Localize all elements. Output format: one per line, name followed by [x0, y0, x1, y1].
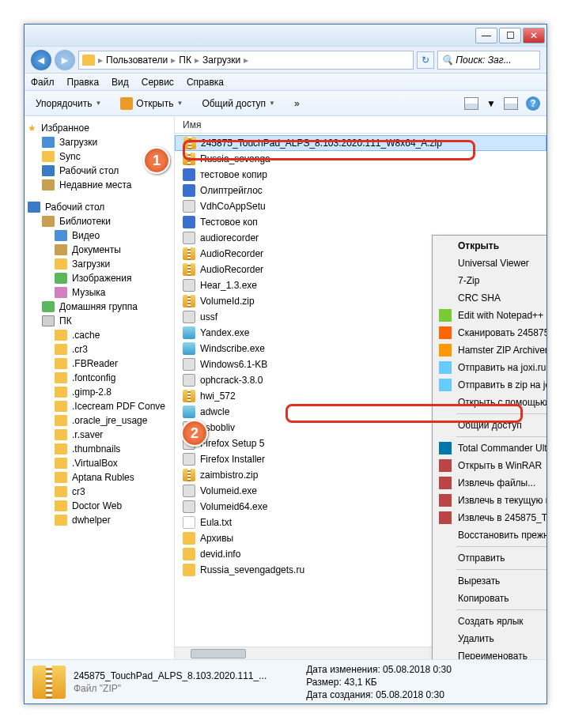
ctx-scan[interactable]: Сканировать 245875_TouchPad_ALPS_8.103.2… — [434, 324, 546, 341]
exe-icon — [183, 311, 195, 323]
file-name: ophcrack-3.8.0 — [200, 375, 263, 386]
close-button[interactable]: ✕ — [523, 28, 545, 43]
file-row[interactable]: Russia_sevenga — [175, 151, 546, 167]
sidebar-item-folder[interactable]: .cache — [28, 328, 171, 342]
menu-tools[interactable]: Сервис — [142, 77, 174, 88]
file-row[interactable]: 245875_TouchPad_ALPS_8.103.2020.111_W8x6… — [175, 135, 546, 151]
exe-icon — [183, 500, 195, 513]
value: 43,1 КБ — [344, 677, 377, 688]
ctx-notepad[interactable]: Edit with Notepad++ — [434, 307, 546, 324]
sidebar-homegroup[interactable]: Домашняя группа — [28, 300, 171, 314]
ctx-open[interactable]: Открыть — [434, 237, 546, 255]
share-button[interactable]: Общий доступ▼ — [197, 96, 280, 111]
titlebar: — ☐ ✕ — [25, 25, 546, 47]
ctx-crc-sha[interactable]: CRC SHA▶ — [434, 289, 546, 307]
sidebar-item-folder[interactable]: .VirtualBox — [28, 456, 171, 470]
exe-icon — [183, 232, 195, 244]
organize-button[interactable]: Упорядочить▼ — [31, 96, 106, 111]
sidebar-item-folder[interactable]: .fontconfig — [28, 371, 171, 385]
label: Открыть в WinRAR — [458, 460, 542, 471]
ctx-hamster[interactable]: Hamster ZIP Archiver▶ — [434, 341, 546, 359]
menu-file[interactable]: Файл — [31, 77, 55, 88]
sidebar-desktop[interactable]: Рабочий стол — [28, 200, 171, 214]
label: .cr3 — [72, 344, 88, 355]
ctx-universal-viewer[interactable]: Universal Viewer — [434, 255, 546, 272]
sidebar-item-folder[interactable]: cr3 — [28, 485, 171, 499]
search-input[interactable]: 🔍 Поиск: Заг... — [437, 51, 540, 70]
folder-icon — [55, 372, 67, 383]
maximize-button[interactable]: ☐ — [499, 28, 521, 43]
ctx-shortcut[interactable]: Создать ярлык — [434, 613, 546, 630]
menu-edit[interactable]: Правка — [67, 77, 100, 88]
sidebar-favorites[interactable]: ★Избранное — [28, 121, 171, 135]
sidebar-item-music[interactable]: Музыка — [28, 285, 171, 300]
sidebar-item-folder[interactable]: Doctor Web — [28, 499, 171, 513]
ctx-cut[interactable]: Вырезать — [434, 572, 546, 590]
file-row[interactable]: Тестовое коп — [175, 214, 546, 230]
ctx-extract-here[interactable]: Извлечь в текущую папку — [434, 492, 546, 509]
scroll-thumb[interactable] — [191, 649, 246, 658]
sidebar-item-folder[interactable]: .gimp-2.8 — [28, 385, 171, 399]
ctx-send-to[interactable]: Отправить▶ — [434, 549, 546, 567]
sidebar-item-folder[interactable]: .FBReader — [28, 356, 171, 371]
sidebar-item-dl[interactable]: Загрузки — [28, 257, 171, 271]
ctx-delete[interactable]: Удалить — [434, 630, 546, 647]
joxi-icon — [439, 361, 452, 374]
column-header-name[interactable]: Имя — [175, 116, 546, 134]
more-button[interactable]: » — [289, 96, 304, 111]
ctx-total-commander[interactable]: Total Commander Ultima Prime▶ — [434, 439, 546, 457]
sidebar-item-folder[interactable]: .thumbnails — [28, 442, 171, 456]
sidebar-pc[interactable]: ПК — [28, 314, 171, 328]
sidebar-item-folder[interactable]: .Icecream PDF Conve — [28, 399, 171, 413]
label: Переименовать — [458, 651, 528, 659]
sidebar-item-folder[interactable]: Aptana Rubles — [28, 470, 171, 485]
sidebar-item-downloads[interactable]: Загрузки — [28, 135, 171, 149]
menu-help[interactable]: Справка — [187, 77, 224, 88]
sidebar-item-folder[interactable]: .r.saver — [28, 428, 171, 442]
back-button[interactable]: ◄ — [31, 50, 51, 70]
view-icon[interactable] — [464, 97, 478, 110]
ctx-rename[interactable]: Переименовать — [434, 647, 546, 659]
address-bar[interactable]: ▸ Пользователи ▸ ПК ▸ Загрузки ▸ — [78, 51, 414, 70]
file-row[interactable]: Олиптрейглос — [175, 183, 546, 198]
breadcrumb-users[interactable]: Пользователи — [106, 55, 168, 66]
sidebar-item-docs[interactable]: Документы — [28, 243, 171, 257]
status-filetype: Файл "ZIP" — [74, 683, 267, 694]
forward-button[interactable]: ► — [55, 50, 75, 70]
sidebar-item-images[interactable]: Изображения — [28, 271, 171, 285]
ctx-copy[interactable]: Копировать — [434, 590, 546, 607]
ctx-joxi-zip[interactable]: Отправить в zip на joxi.ru — [434, 376, 546, 394]
ctx-restore[interactable]: Восстановить прежнюю версию — [434, 526, 546, 544]
ctx-share[interactable]: Общий доступ▶ — [434, 417, 546, 434]
breadcrumb-pc[interactable]: ПК — [179, 55, 191, 66]
menu-view[interactable]: Вид — [112, 77, 129, 88]
minimize-button[interactable]: — — [475, 28, 497, 43]
ctx-open-with[interactable]: Открыть с помощью▶ — [434, 394, 546, 411]
preview-pane-icon[interactable] — [504, 97, 518, 110]
file-name: тестовое копир — [200, 169, 267, 180]
ctx-extract-to[interactable]: Извлечь в 245875_TouchPad_ALPS_8.103.202… — [434, 509, 546, 526]
sidebar-item-folder[interactable]: .oracle_jre_usage — [28, 413, 171, 428]
folder-icon — [55, 344, 67, 355]
sidebar-item-recent[interactable]: Недавние места — [28, 178, 171, 192]
ctx-7zip[interactable]: 7-Zip▶ — [434, 272, 546, 289]
open-button[interactable]: Открыть▼ — [115, 96, 187, 111]
refresh-button[interactable]: ↻ — [417, 51, 434, 69]
file-row[interactable]: VdhCoAppSetu — [175, 198, 546, 214]
sidebar-item-folder[interactable]: dwhelper — [28, 513, 171, 527]
ctx-joxi[interactable]: Отправить на joxi.ru — [434, 359, 546, 376]
breadcrumb-downloads[interactable]: Загрузки — [202, 55, 240, 66]
label: Загрузки — [59, 137, 97, 148]
file-row[interactable]: тестовое копир — [175, 167, 546, 183]
label: Sync — [59, 151, 81, 162]
sidebar-item-folder[interactable]: .cr3 — [28, 342, 171, 356]
sidebar-libraries[interactable]: Библиотеки — [28, 214, 171, 228]
ctx-extract-files[interactable]: Извлечь файлы... — [434, 474, 546, 492]
ctx-winrar-open[interactable]: Открыть в WinRAR — [434, 457, 546, 474]
help-icon[interactable]: ? — [526, 96, 540, 111]
homegroup-icon — [42, 301, 55, 312]
label: Total Commander Ultima Prime — [458, 443, 546, 454]
txt-icon — [183, 516, 195, 529]
sidebar-item-video[interactable]: Видео — [28, 228, 171, 243]
label: Загрузки — [72, 258, 110, 270]
